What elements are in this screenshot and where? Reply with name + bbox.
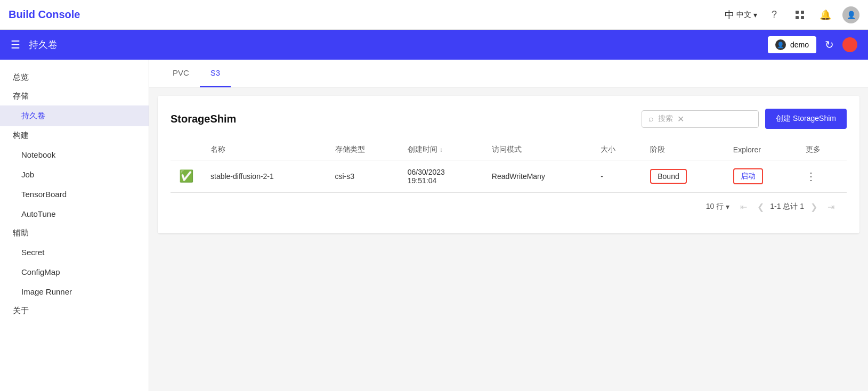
- sidebar-item-overview[interactable]: 总览: [0, 68, 149, 87]
- card-header-right: ⌕ 搜索 ✕ 创建 StorageShim: [642, 109, 847, 129]
- launch-button[interactable]: 启动: [733, 168, 763, 184]
- rows-per-page-select[interactable]: 10 行 ▾: [706, 202, 729, 211]
- sub-header-title: 持久卷: [29, 38, 58, 51]
- first-page-icon[interactable]: ⇤: [736, 199, 751, 214]
- sub-header-left: ☰ 持久卷: [11, 38, 58, 51]
- svg-rect-0: [796, 11, 799, 14]
- sidebar-item-notebook[interactable]: Notebook: [0, 145, 149, 165]
- avatar[interactable]: 👤: [842, 6, 859, 23]
- row-explorer: 启动: [725, 160, 797, 193]
- lang-label: 中文: [736, 10, 751, 20]
- th-explorer: Explorer: [725, 140, 797, 160]
- rows-per-page-label: 10 行: [706, 202, 724, 211]
- th-size: 大小: [592, 140, 642, 160]
- status-indicator[interactable]: [842, 37, 857, 52]
- search-box: ⌕ 搜索 ✕: [642, 110, 759, 128]
- demo-label: demo: [790, 40, 809, 49]
- top-header: Build Console 中 中文 ▾ ? 🔔 👤: [0, 0, 868, 30]
- top-header-right: 中 中文 ▾ ? 🔔 👤: [725, 6, 859, 23]
- th-more: 更多: [797, 140, 847, 160]
- hamburger-icon[interactable]: ☰: [11, 38, 20, 51]
- table-row: ✅ stable-diffusion-2-1 csi-s3 06/30/2023…: [171, 160, 847, 193]
- tab-s3[interactable]: S3: [200, 60, 231, 87]
- sidebar-item-image-runner[interactable]: Image Runner: [0, 282, 149, 302]
- row-status: ✅: [171, 160, 202, 193]
- create-storageshim-button[interactable]: 创建 StorageShim: [765, 109, 847, 129]
- row-access-mode: ReadWriteMany: [483, 160, 593, 193]
- row-more: ⋮: [797, 160, 847, 193]
- search-placeholder: 搜索: [658, 114, 673, 124]
- row-storage-type: csi-s3: [327, 160, 399, 193]
- chevron-down-icon: ▾: [753, 11, 757, 19]
- bell-icon[interactable]: 🔔: [817, 6, 834, 23]
- lang-switcher[interactable]: 中 中文 ▾: [725, 9, 757, 21]
- sidebar-item-configmap[interactable]: ConfigMap: [0, 262, 149, 282]
- th-status: [171, 140, 202, 160]
- tab-pvc[interactable]: PVC: [162, 60, 200, 87]
- rows-chevron-icon: ▾: [726, 202, 729, 211]
- svg-rect-1: [801, 11, 804, 14]
- demo-button[interactable]: 👤 demo: [768, 36, 816, 53]
- page-info-label: 1-1 总计 1: [770, 202, 804, 211]
- prev-page-icon[interactable]: ❮: [753, 199, 768, 214]
- table-body: ✅ stable-diffusion-2-1 csi-s3 06/30/2023…: [171, 160, 847, 193]
- grid-icon[interactable]: [791, 6, 808, 23]
- sidebar-item-tensorboard[interactable]: TensorBoard: [0, 184, 149, 204]
- sidebar-section-assist: 辅助: [0, 224, 149, 242]
- phase-bound-badge: Bound: [650, 169, 686, 184]
- help-icon[interactable]: ?: [766, 6, 783, 23]
- demo-icon: 👤: [775, 39, 786, 50]
- refresh-icon[interactable]: ↻: [825, 38, 834, 51]
- th-phase: 阶段: [642, 140, 725, 160]
- card-header: StorageShim ⌕ 搜索 ✕ 创建 StorageShim: [171, 109, 847, 129]
- next-page-icon[interactable]: ❯: [806, 199, 821, 214]
- page-navigation: ⇤ ❮ 1-1 总计 1 ❯ ⇥: [736, 199, 838, 214]
- sidebar-item-secret[interactable]: Secret: [0, 242, 149, 262]
- row-size: -: [592, 160, 642, 193]
- sidebar-item-persistent-volume[interactable]: 持久卷: [0, 105, 149, 126]
- more-menu-icon[interactable]: ⋮: [806, 170, 816, 182]
- sidebar: 总览 存储 持久卷 构建 Notebook Job TensorBoard Au…: [0, 60, 149, 391]
- last-page-icon[interactable]: ⇥: [823, 199, 838, 214]
- th-storage-type: 存储类型: [327, 140, 399, 160]
- sidebar-section-storage: 存储: [0, 87, 149, 105]
- svg-rect-3: [801, 16, 804, 19]
- sort-icon: ↓: [440, 146, 443, 153]
- storageshim-table: 名称 存储类型 创建时间 ↓ 访问模式 大小 阶段: [171, 140, 847, 193]
- row-name: stable-diffusion-2-1: [202, 160, 327, 193]
- status-ok-icon: ✅: [179, 169, 193, 183]
- content-area: PVC S3 StorageShim ⌕ 搜索 ✕ 创建 StorageShim: [149, 60, 868, 391]
- main-layout: 总览 存储 持久卷 构建 Notebook Job TensorBoard Au…: [0, 60, 868, 391]
- pagination: 10 行 ▾ ⇤ ❮ 1-1 总计 1 ❯ ⇥: [171, 193, 847, 221]
- search-icon: ⌕: [648, 114, 654, 124]
- svg-rect-2: [796, 16, 799, 19]
- row-phase: Bound: [642, 160, 725, 193]
- sidebar-item-job[interactable]: Job: [0, 165, 149, 184]
- sub-header: ☰ 持久卷 👤 demo ↻: [0, 30, 868, 60]
- top-header-left: Build Console: [9, 9, 80, 21]
- sidebar-section-about: 关于: [0, 302, 149, 320]
- search-clear-icon[interactable]: ✕: [677, 114, 684, 124]
- tabs-bar: PVC S3: [149, 60, 868, 87]
- sidebar-section-build: 构建: [0, 126, 149, 145]
- sub-header-right: 👤 demo ↻: [768, 36, 857, 53]
- th-name: 名称: [202, 140, 327, 160]
- th-access-mode: 访问模式: [483, 140, 593, 160]
- sidebar-item-autotune[interactable]: AutoTune: [0, 204, 149, 224]
- storageshim-card: StorageShim ⌕ 搜索 ✕ 创建 StorageShim: [158, 96, 859, 233]
- app-title: Build Console: [9, 9, 80, 21]
- th-created-at: 创建时间 ↓: [399, 140, 483, 160]
- table-header: 名称 存储类型 创建时间 ↓ 访问模式 大小 阶段: [171, 140, 847, 160]
- row-created-at: 06/30/2023 19:51:04: [399, 160, 483, 193]
- translate-icon: 中: [725, 9, 734, 21]
- card-title: StorageShim: [171, 113, 236, 125]
